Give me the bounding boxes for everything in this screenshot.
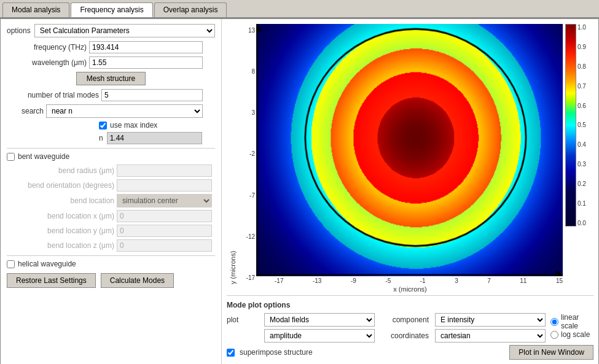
bend-location-label: bend location	[7, 196, 114, 205]
restore-button[interactable]: Restore Last Settings	[7, 273, 96, 288]
options-row: options Set Calculation Parameters	[7, 24, 215, 37]
use-max-label: use max index	[110, 121, 157, 130]
bend-x-label: bend location x (μm)	[7, 212, 114, 220]
mesh-button[interactable]: Mesh structure	[76, 72, 146, 85]
bent-waveguide-row: bent waveguide	[7, 152, 215, 161]
linear-scale-label: linear scale	[561, 313, 593, 330]
divider-1	[7, 148, 215, 149]
y-ticks: 13 8 3 -2 -7 -12 -17	[239, 24, 256, 284]
bent-waveguide-checkbox[interactable]	[7, 153, 15, 161]
coordinates-select[interactable]: cartesian polar	[435, 329, 546, 343]
component-select[interactable]: E intensity H intensity Ex Ey Ez	[435, 313, 546, 327]
x-axis-label: x (microns)	[227, 285, 593, 293]
wavelength-input[interactable]	[89, 56, 203, 69]
mesh-row: Mesh structure	[7, 72, 215, 85]
search-label: search	[7, 107, 44, 115]
bottom-buttons: Restore Last Settings Calculate Modes	[7, 273, 215, 288]
colorbar: 1.0 0.9 0.8 0.7 0.6 0.5 0.4 0.3 0.2 0.1 …	[563, 24, 593, 284]
bend-x-input	[117, 210, 212, 222]
use-max-checkbox[interactable]	[99, 122, 107, 130]
component-row: component E intensity H intensity Ex Ey …	[380, 313, 546, 327]
mode-bottom-row: superimpose structure Plot in New Window	[227, 345, 593, 360]
trial-label: number of trial modes	[7, 91, 99, 99]
x-ticks: -17 -13 -9 -5 -1 3 7 11 15	[256, 276, 563, 284]
use-max-row: use max index	[7, 121, 215, 130]
helical-waveguide-row: helical waveguide	[7, 260, 215, 268]
helical-waveguide-label: helical waveguide	[18, 260, 76, 268]
log-scale-label: log scale	[561, 330, 590, 339]
superimpose-label: superimpose structure	[240, 348, 313, 357]
amplitude-select[interactable]: amplitude power phase	[264, 329, 375, 343]
trial-modes-row: number of trial modes	[7, 89, 215, 101]
plot-row: plot Modal fields Intensity Phase	[227, 313, 375, 327]
tab-modal-analysis[interactable]: Modal analysis	[2, 2, 69, 17]
bent-waveguide-label: bent waveguide	[18, 152, 69, 161]
options-label: options	[7, 26, 31, 35]
trial-input[interactable]	[101, 89, 203, 101]
plot-select[interactable]: Modal fields Intensity Phase	[264, 313, 375, 327]
bend-location-select: simulation center	[117, 194, 212, 207]
bend-z-label: bend location z (μm)	[7, 241, 114, 250]
bend-orientation-row: bend orientation (degrees)	[7, 179, 215, 192]
bend-z-input	[117, 239, 212, 252]
bend-radius-label: bend radius (μm)	[7, 166, 114, 175]
coordinates-label: coordinates	[380, 331, 429, 340]
linear-scale-radio[interactable]	[550, 318, 558, 326]
chart-and-colorbar: y (microns) 13 8 3 -2 -7 -12 -17 -17	[227, 24, 593, 284]
bend-z-row: bend location z (μm)	[7, 239, 215, 252]
frequency-row: frequency (THz)	[7, 41, 215, 53]
main-content: options Set Calculation Parameters frequ…	[0, 18, 599, 364]
tab-frequency-analysis[interactable]: Frequency analysis	[71, 2, 152, 17]
coordinates-row: coordinates cartesian polar	[380, 329, 546, 343]
n-row: n	[7, 132, 215, 144]
right-panel: y (microns) 13 8 3 -2 -7 -12 -17 -17	[222, 19, 598, 364]
bend-radius-row: bend radius (μm)	[7, 165, 215, 177]
linear-scale-option: linear scale	[550, 313, 593, 330]
log-scale-radio[interactable]	[550, 331, 558, 339]
plot-label: plot	[227, 316, 260, 324]
search-row: search near n near zero all modes	[7, 104, 215, 118]
bend-y-label: bend location y (μm)	[7, 227, 114, 235]
n-input[interactable]	[107, 132, 202, 144]
amplitude-row: amplitude power phase	[227, 329, 375, 343]
superimpose-row: superimpose structure	[227, 348, 313, 357]
helical-waveguide-checkbox[interactable]	[7, 260, 15, 268]
left-panel: options Set Calculation Parameters frequ…	[1, 19, 222, 364]
scale-group: linear scale log scale	[550, 313, 593, 339]
component-label: component	[380, 316, 429, 324]
colorbar-labels: 1.0 0.9 0.8 0.7 0.6 0.5 0.4 0.3 0.2 0.1 …	[577, 24, 586, 227]
tabs-bar: Modal analysis Frequency analysis Overla…	[0, 0, 599, 18]
heatmap-canvas	[256, 24, 563, 276]
tab-overlap-analysis[interactable]: Overlap analysis	[154, 2, 227, 17]
wavelength-row: wavelength (μm)	[7, 56, 215, 69]
bend-y-row: bend location y (μm)	[7, 225, 215, 237]
bend-radius-input	[117, 165, 212, 177]
mode-options-title: Mode plot options	[227, 301, 593, 309]
frequency-label: frequency (THz)	[7, 43, 87, 52]
search-select[interactable]: near n near zero all modes	[46, 104, 203, 118]
chart-wrapper: y (microns) 13 8 3 -2 -7 -12 -17 -17	[227, 24, 593, 293]
n-label: n	[99, 134, 103, 142]
bend-x-row: bend location x (μm)	[7, 210, 215, 222]
options-select[interactable]: Set Calculation Parameters	[34, 24, 215, 37]
bend-orientation-label: bend orientation (degrees)	[7, 181, 114, 190]
frequency-input[interactable]	[89, 41, 203, 53]
bend-location-row: bend location simulation center	[7, 194, 215, 207]
superimpose-checkbox[interactable]	[227, 349, 235, 357]
wavelength-label: wavelength (μm)	[7, 58, 87, 67]
bend-orientation-input	[117, 179, 212, 192]
plot-new-window-button[interactable]: Plot in New Window	[509, 345, 593, 360]
y-axis-label: y (microns)	[227, 24, 239, 284]
divider-2	[7, 255, 215, 256]
calculate-button[interactable]: Calculate Modes	[101, 273, 174, 288]
log-scale-option: log scale	[550, 330, 593, 339]
bend-y-input	[117, 225, 212, 237]
mode-plot-options: Mode plot options plot Modal fields Inte…	[227, 295, 593, 360]
colorbar-gradient	[565, 24, 576, 227]
